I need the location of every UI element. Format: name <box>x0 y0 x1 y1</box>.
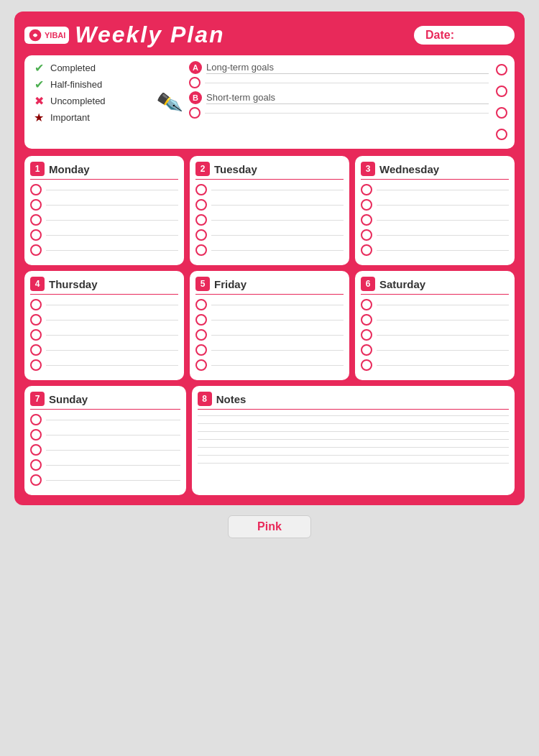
task-row <box>30 229 178 241</box>
task-line <box>211 335 344 336</box>
day-number-1: 1 <box>30 162 45 176</box>
task-row <box>30 314 178 326</box>
task-row <box>361 329 509 341</box>
task-line <box>46 235 178 236</box>
day-name-thursday: Thursday <box>49 278 98 290</box>
task-line <box>46 420 180 420</box>
task-line <box>46 435 180 435</box>
task-circle <box>30 474 42 486</box>
task-line <box>377 335 509 336</box>
task-circle <box>195 299 207 310</box>
task-line <box>377 250 509 251</box>
extra-circle-3 <box>496 107 507 119</box>
day-card-friday: 5 Friday <box>190 271 349 380</box>
task-line <box>377 365 509 366</box>
task-circle <box>30 314 42 326</box>
task-line <box>46 350 178 351</box>
days-grid-top: 1 Monday 2 Tuesday <box>24 156 515 380</box>
task-line <box>46 450 180 451</box>
header: YIBAI Weekly Plan Date: <box>24 22 515 48</box>
day-name-tuesday: Tuesday <box>214 163 257 175</box>
task-row <box>361 184 509 195</box>
task-row <box>195 184 344 195</box>
task-line <box>46 250 178 251</box>
pen-area: ✒️ <box>154 61 182 143</box>
important-icon: ★ <box>32 111 46 124</box>
goal-row-b: B Short-term goals <box>189 91 489 104</box>
day-name-monday: Monday <box>49 163 90 175</box>
day-card-sunday: 7 Sunday <box>24 386 186 495</box>
goal-row-b-sub <box>189 107 489 119</box>
task-row <box>361 244 509 256</box>
task-line <box>211 320 344 321</box>
task-row <box>195 359 344 371</box>
legend-item-uncompleted: ✖ Uncompleted <box>32 94 147 108</box>
extra-circles <box>496 61 507 143</box>
task-circle <box>30 359 42 371</box>
extra-circle-2 <box>496 86 507 97</box>
date-box[interactable]: Date: <box>414 26 515 45</box>
task-row <box>195 329 344 341</box>
legend-item-completed: ✔ Completed <box>32 61 147 75</box>
task-circle <box>195 184 207 195</box>
task-circle <box>361 199 372 211</box>
day-number-6: 6 <box>361 277 375 291</box>
goal-badge-b: B <box>189 91 202 104</box>
task-row <box>30 414 180 425</box>
task-row <box>195 314 344 326</box>
task-circle <box>30 214 42 226</box>
goal-row-a: A Long-term goals <box>189 61 489 74</box>
task-row <box>195 344 344 356</box>
day-card-wednesday: 3 Wednesday <box>355 156 515 265</box>
day-header-wednesday: 3 Wednesday <box>361 162 509 180</box>
task-circle <box>361 184 372 195</box>
task-line <box>377 235 509 236</box>
legend-middle: A Long-term goals B Short-term goals <box>189 61 489 143</box>
day-header-sunday: 7 Sunday <box>30 392 180 410</box>
task-row <box>361 359 509 371</box>
day-name-wednesday: Wednesday <box>379 163 439 175</box>
pen-icon: ✒️ <box>155 88 183 116</box>
task-circle <box>30 299 42 310</box>
task-circle <box>361 244 372 256</box>
day-header-saturday: 6 Saturday <box>361 277 509 295</box>
task-line <box>377 190 509 190</box>
task-row <box>30 474 180 486</box>
notes-header: 8 Notes <box>198 392 509 410</box>
day-name-sunday: Sunday <box>49 393 88 405</box>
task-circle <box>30 244 42 256</box>
goal-circle-a <box>189 77 201 88</box>
legend-panel: ✔ Completed ✔ Half-finished ✖ Uncomplete… <box>24 55 515 149</box>
task-line <box>377 205 509 206</box>
task-circle <box>30 429 42 441</box>
day-header-monday: 1 Monday <box>30 162 178 180</box>
task-line <box>211 305 344 305</box>
task-line <box>211 250 344 251</box>
task-line <box>211 205 344 206</box>
task-circle <box>30 184 42 195</box>
task-circle <box>361 214 372 226</box>
day-number-2: 2 <box>195 162 210 176</box>
notes-line <box>198 455 509 456</box>
extra-circle-1 <box>496 64 507 75</box>
goal-badge-a: A <box>189 61 202 74</box>
notes-lines <box>198 415 509 464</box>
day-card-saturday: 6 Saturday <box>355 271 515 380</box>
task-row <box>30 214 178 226</box>
legend-item-half: ✔ Half-finished <box>32 78 147 91</box>
task-row <box>30 184 178 195</box>
task-line <box>46 465 180 466</box>
task-row <box>361 229 509 241</box>
notes-line <box>198 463 509 464</box>
logo-icon <box>28 28 42 42</box>
notes-label: Notes <box>216 393 247 405</box>
task-circle <box>361 229 372 241</box>
day-number-3: 3 <box>361 162 375 176</box>
day-name-saturday: Saturday <box>379 278 425 290</box>
task-circle <box>195 359 207 371</box>
task-line <box>211 350 344 351</box>
task-row <box>30 329 178 341</box>
half-finished-icon: ✔ <box>32 78 46 91</box>
task-circle <box>195 244 207 256</box>
task-line <box>46 305 178 305</box>
